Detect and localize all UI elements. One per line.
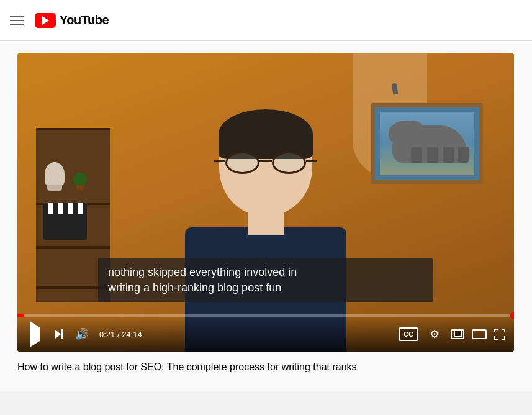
- theater-mode-button[interactable]: [472, 329, 487, 339]
- time-display: 0:21 / 24:14: [99, 330, 142, 339]
- right-controls: CC ⚙: [399, 326, 505, 343]
- skip-button[interactable]: [50, 326, 67, 343]
- wall-painting: [371, 103, 483, 184]
- subtitle-bar: nothing skipped everything involved in w…: [98, 258, 433, 302]
- person-in-video: [160, 53, 371, 352]
- subtitle-text: nothing skipped everything involved in w…: [108, 265, 423, 296]
- volume-button[interactable]: 🔊: [73, 326, 91, 343]
- fullscreen-corner-bl: [494, 336, 498, 340]
- play-icon: [30, 327, 40, 342]
- cc-button[interactable]: CC: [399, 327, 418, 341]
- fullscreen-corner-tl: [494, 329, 498, 332]
- settings-button[interactable]: ⚙: [426, 326, 443, 343]
- main-content: nothing skipped everything involved in w…: [0, 41, 532, 391]
- fullscreen-button[interactable]: [494, 329, 505, 340]
- fullscreen-corner-tr: [502, 329, 505, 332]
- youtube-logo-icon: [35, 13, 56, 28]
- play-button[interactable]: [26, 326, 43, 343]
- youtube-logo[interactable]: YouTube: [35, 13, 109, 28]
- skip-next-icon: [55, 329, 63, 339]
- hamburger-menu-button[interactable]: [10, 16, 24, 25]
- fullscreen-corner-br: [502, 336, 505, 340]
- video-frame[interactable]: nothing skipped everything involved in w…: [17, 53, 514, 352]
- header: YouTube: [0, 0, 532, 41]
- controls-bar: 🔊 0:21 / 24:14 CC ⚙: [17, 317, 514, 352]
- youtube-logo-text: YouTube: [60, 13, 109, 27]
- miniplayer-button[interactable]: [451, 329, 464, 339]
- video-title: How to write a blog post for SEO: The co…: [17, 360, 514, 374]
- video-player[interactable]: nothing skipped everything involved in w…: [17, 53, 514, 352]
- video-info: How to write a blog post for SEO: The co…: [17, 352, 514, 379]
